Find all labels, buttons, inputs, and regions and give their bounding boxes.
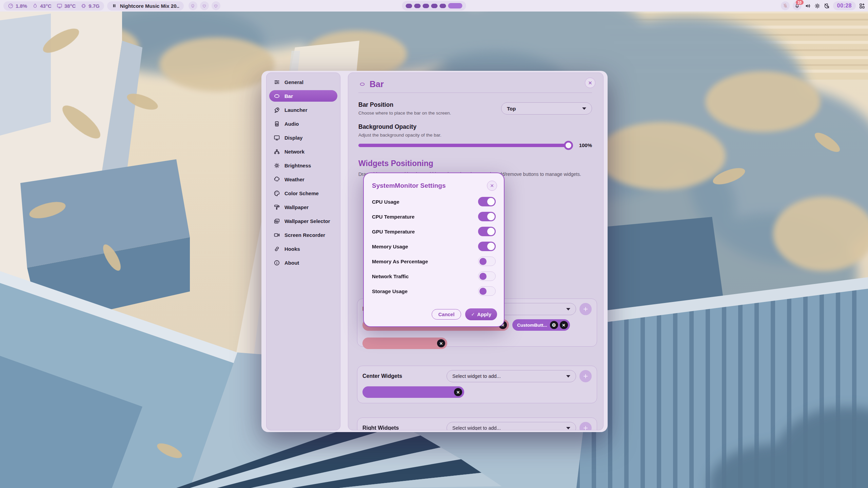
cancel-button[interactable]: Cancel (432, 309, 461, 320)
chevron-down-icon (566, 427, 570, 429)
sidebar-item-color-scheme[interactable]: Color Scheme (269, 187, 337, 199)
info-icon (274, 260, 280, 266)
grid-plus-icon (859, 3, 865, 9)
background-opacity-slider-row: 100% (358, 142, 592, 148)
brightness-button[interactable] (814, 3, 821, 9)
heart-icon (213, 3, 218, 8)
toggle-switch[interactable] (478, 257, 496, 266)
workspace-dot-active[interactable] (448, 3, 462, 8)
add-widget-button[interactable]: + (579, 370, 592, 382)
sidebar-item-bar[interactable]: Bar (269, 90, 337, 102)
workspace-indicator[interactable] (402, 1, 466, 11)
sidebar-item-label: Wallpaper (284, 204, 309, 210)
dialog-close-button[interactable]: ✕ (487, 181, 497, 191)
overview-button[interactable] (859, 3, 865, 9)
sidebar-item-network[interactable]: Network (269, 146, 337, 157)
toggle-row-cpu-temperature: CPU Temperature (372, 212, 496, 221)
add-widget-button[interactable]: + (579, 303, 592, 315)
toggle-label: GPU Temperature (372, 229, 415, 235)
workspace-dot[interactable] (431, 4, 438, 8)
widget-chip[interactable]: ✕ (362, 386, 464, 398)
system-stat: 43°C (32, 3, 52, 9)
notifications-button[interactable]: 10 (793, 1, 802, 10)
sidebar-item-label: Brightness (284, 163, 311, 168)
sidebar-item-brightness[interactable]: Brightness (269, 160, 337, 171)
window-close-button[interactable]: ✕ (585, 78, 595, 88)
sidebar-item-hooks[interactable]: Hooks (269, 243, 337, 255)
toggle-label: CPU Temperature (372, 214, 415, 220)
widget-add-select[interactable]: Select widget to add... (447, 370, 576, 382)
toggle-row-gpu-temperature: GPU Temperature (372, 227, 496, 236)
widget-settings-button[interactable]: ⚙ (550, 321, 558, 329)
widget-chip-custombutt[interactable]: CustomButt...⚙✕ (512, 319, 570, 331)
paint-roller-icon (274, 204, 280, 210)
rocket-icon (274, 107, 280, 113)
toggle-knob (487, 243, 495, 250)
clock[interactable]: 00:28 (833, 1, 856, 10)
widget-add-select[interactable]: Select widget to add... (447, 422, 576, 430)
sidebar-item-about[interactable]: About (269, 257, 337, 268)
sidebar-item-display[interactable]: Display (269, 132, 337, 143)
sidebar-item-audio[interactable]: Audio (269, 118, 337, 129)
apply-button[interactable]: ✓ Apply (465, 308, 497, 320)
sidebar-item-label: Display (284, 135, 302, 141)
sidebar-item-screen-recorder[interactable]: Screen Recorder (269, 229, 337, 241)
desktop: 1.8%43°C38°C9.7G Nightcore Music Mix 20.… (0, 0, 868, 488)
toggle-list: CPU UsageCPU TemperatureGPU TemperatureM… (364, 192, 504, 296)
toggle-knob (479, 288, 487, 295)
bar-position-select[interactable]: Top (501, 102, 592, 115)
media-player-pill[interactable]: Nightcore Music Mix 20... (107, 1, 184, 11)
toggle-knob (487, 198, 495, 205)
toggle-switch[interactable] (478, 242, 496, 251)
workspace-dot[interactable] (414, 4, 421, 8)
toggle-switch[interactable] (478, 197, 496, 206)
volume-button[interactable] (805, 3, 811, 9)
dialog-title: SystemMonitor Settings (372, 182, 446, 189)
widget-chip[interactable]: ✕ (362, 338, 447, 349)
chevron-down-icon (582, 107, 586, 110)
widget-chip-list: ✕ (362, 386, 592, 398)
sidebar-item-label: Color Scheme (284, 190, 319, 196)
sun-icon (274, 162, 280, 169)
bar-position-title: Bar Position (358, 101, 451, 108)
heart-button[interactable] (200, 1, 209, 10)
workspace-dot[interactable] (440, 4, 446, 8)
widget-remove-button[interactable]: ✕ (454, 388, 462, 396)
stat-value: 38°C (64, 3, 76, 9)
sidebar-item-general[interactable]: General (269, 76, 337, 88)
settings-sidebar: GeneralBarLauncherAudioDisplayNetworkBri… (266, 73, 340, 430)
video-camera-icon (274, 232, 280, 238)
opacity-slider[interactable] (358, 144, 572, 147)
sidebar-item-launcher[interactable]: Launcher (269, 104, 337, 116)
add-widget-button[interactable]: + (579, 422, 592, 430)
toggle-switch[interactable] (478, 271, 496, 281)
microphone-button[interactable] (781, 1, 790, 10)
images-icon (274, 218, 280, 224)
toggle-row-network-traffic: Network Traffic (372, 271, 496, 281)
workspace-dot[interactable] (423, 4, 429, 8)
page-title: Bar (370, 79, 384, 89)
widget-remove-button[interactable]: ✕ (560, 321, 568, 329)
media-title: Nightcore Music Mix 20... (120, 3, 179, 9)
cloud-rain-icon (274, 176, 280, 183)
notification-badge: 10 (796, 0, 804, 5)
sidebar-item-wallpaper[interactable]: Wallpaper (269, 201, 337, 213)
skull-button[interactable] (189, 1, 197, 10)
toggle-switch[interactable] (478, 227, 496, 236)
opacity-slider-handle[interactable] (564, 141, 573, 150)
workspace-dot[interactable] (406, 4, 412, 8)
widget-remove-button[interactable]: ✕ (437, 339, 445, 347)
night-light-button[interactable] (824, 3, 830, 9)
monitor-icon (57, 3, 62, 9)
toggle-switch[interactable] (478, 212, 496, 221)
heart-button[interactable] (212, 1, 220, 10)
speedometer-icon (8, 3, 14, 9)
palette-icon (274, 190, 280, 197)
toggle-label: CPU Usage (372, 199, 399, 205)
sidebar-item-wallpaper-selector[interactable]: Wallpaper Selector (269, 215, 337, 227)
sidebar-item-weather[interactable]: Weather (269, 174, 337, 185)
system-stat: 9.7G (81, 3, 100, 9)
toggle-switch[interactable] (478, 286, 496, 296)
toggle-label: Storage Usage (372, 288, 408, 294)
network-icon (274, 148, 280, 155)
